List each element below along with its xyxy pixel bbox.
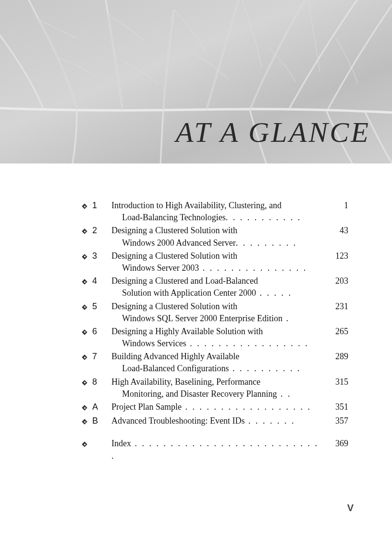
toc-chapter-number: 8 [92,376,111,388]
toc-chapter-number: 4 [92,275,111,287]
toc-entry-line1: Index [111,439,131,448]
toc-entry-title: High Availability, Baselining, Performan… [111,376,326,400]
toc-entry-line1: Building Advanced Highly Available [111,352,239,361]
toc-entry: 2Designing a Clustered Solution withWind… [82,225,348,249]
toc-page-number: 123 [326,250,348,262]
toc-chapter-number: 1 [92,200,111,212]
toc-leader-dots: . . . . . . . . . . . . . . . . . [186,339,309,348]
toc-leader-dots: . . . . . . . [245,416,295,426]
toc-entry: 5Designing a Clustered Solution withWind… [82,301,348,325]
diamond-bullet-icon [82,275,92,288]
toc-entry-line1: Project Plan Sample [111,402,182,412]
toc-entry-line1: Designing a Clustered Solution with [111,226,237,235]
toc-entry-title: Designing a Clustered Solution withWindo… [111,250,326,274]
toc-entry-line2: Windows Services [122,339,186,348]
toc-entry-line1: Advanced Troubleshooting: Event IDs [111,416,245,426]
toc-leader-dots: . . . . . . . . . . . . . . . [199,263,307,273]
toc-entry-line2: Windows SQL Server 2000 Enterprise Editi… [122,314,282,323]
diamond-bullet-icon [82,200,92,213]
toc-page-number: 203 [326,275,348,287]
diamond-bullet-icon [82,351,92,364]
toc-entry-title: Advanced Troubleshooting: Event IDs . . … [111,415,326,427]
toc-entry-line2: Windows 2000 Advanced Server [122,238,236,248]
toc-entry-line1: High Availability, Baselining, Performan… [111,377,260,387]
toc-chapter-number: 7 [92,351,111,363]
diamond-bullet-icon [82,376,92,389]
toc-entry-line1: Designing a Clustered Solution with [111,251,237,261]
toc-entry-line2: Load-Balancing Technologies [122,213,226,222]
banner-image: AT A GLANCE [0,0,392,163]
toc-chapter-number: A [92,401,111,413]
toc-page-number: 315 [326,376,348,388]
toc-page-number: 357 [326,415,348,427]
toc-entry-line1: Designing a Clustered Solution with [111,301,237,311]
diamond-bullet-icon [82,438,92,451]
toc-entry-line2: Solution with Application Center 2000 [122,288,256,298]
toc-entry-line1: Introduction to High Availability, Clust… [111,201,282,210]
toc-page-number: 351 [326,401,348,413]
toc-entry: 3Designing a Clustered Solution withWind… [82,250,348,274]
toc-entry: 8High Availability, Baselining, Performa… [82,376,348,400]
toc-entry-line2: Windows Server 2003 [122,263,199,273]
toc-leader-dots: . . . . . [256,288,292,298]
toc-chapter-number: 5 [92,301,111,313]
toc-entry-line1: Designing a Clustered and Load-Balanced [111,276,258,286]
diamond-bullet-icon [82,250,92,263]
toc-entry-title: Designing a Clustered and Load-BalancedS… [111,275,326,299]
toc-leader-dots: . . . . . . . . . [236,238,297,248]
page-title: AT A GLANCE [176,116,370,149]
toc-leader-dots: . . . . . . . . . . . . . . . . . . . . … [111,439,318,460]
toc-page-number: 231 [326,301,348,313]
toc-entry: BAdvanced Troubleshooting: Event IDs . .… [82,415,348,428]
toc-entry-title: Designing a Clustered Solution withWindo… [111,225,326,249]
toc-entry-title: Project Plan Sample . . . . . . . . . . … [111,401,326,413]
diamond-bullet-icon [82,415,92,428]
toc-chapter-number: 6 [92,326,111,338]
toc-entry: 7Building Advanced Highly AvailableLoad-… [82,351,348,375]
toc-entry: Index . . . . . . . . . . . . . . . . . … [82,438,348,462]
toc-page-number: 265 [326,326,348,338]
toc-entry-line2: Load-Balanced Configurations [122,364,229,373]
page-number: V [347,502,354,514]
toc-entry-title: Index . . . . . . . . . . . . . . . . . … [111,438,326,462]
diamond-bullet-icon [82,225,92,238]
toc-entry-title: Designing a Clustered Solution withWindo… [111,301,326,325]
toc-leader-dots: . . . . . . . . . . [229,364,301,373]
toc-entry-line1: Designing a Highly Available Solution wi… [111,327,263,336]
diamond-bullet-icon [82,401,92,414]
toc-page-number: 1 [326,200,348,212]
toc-chapter-number: 3 [92,250,111,262]
toc-leader-dots: . [282,314,290,323]
toc-entry-title: Introduction to High Availability, Clust… [111,200,326,224]
diamond-bullet-icon [82,301,92,314]
toc-page-number: 289 [326,351,348,363]
toc-leader-dots: . . . . . . . . . . . [226,213,302,222]
toc-entry-title: Designing a Highly Available Solution wi… [111,326,326,350]
toc-entry: 1Introduction to High Availability, Clus… [82,200,348,224]
toc-entry-title: Building Advanced Highly AvailableLoad-B… [111,351,326,375]
toc-leader-dots: . . [277,389,291,399]
toc-entry-line2: Monitoring, and Disaster Recovery Planni… [122,389,277,399]
toc-page-number: 43 [326,225,348,237]
toc-entry: 6Designing a Highly Available Solution w… [82,326,348,350]
toc-entry: 4Designing a Clustered and Load-Balanced… [82,275,348,299]
toc-page-number: 369 [326,438,348,450]
toc-entry: AProject Plan Sample . . . . . . . . . .… [82,401,348,414]
toc-chapter-number: B [92,415,111,427]
toc-chapter-number: 2 [92,225,111,237]
diamond-bullet-icon [82,326,92,339]
toc-leader-dots: . . . . . . . . . . . . . . . . . . [182,402,311,412]
table-of-contents: 1Introduction to High Availability, Clus… [82,200,348,462]
